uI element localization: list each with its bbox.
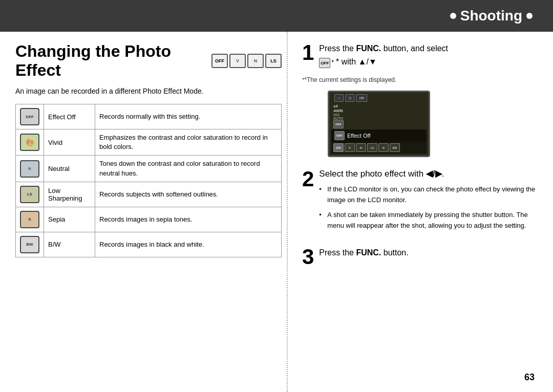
title-icons: OFF V N LS bbox=[211, 54, 282, 68]
lcd-label-3-group: ISO AUTO bbox=[333, 113, 344, 120]
page-title: Changing the Photo Effect OFF V N LS bbox=[15, 42, 282, 80]
effect-name-neutral: Neutral bbox=[44, 156, 95, 182]
table-row: OFF Effect Off Records normally with thi… bbox=[16, 104, 282, 129]
effect-icon-cell-neutral: N bbox=[16, 156, 44, 182]
effect-icon-sepia: S bbox=[20, 211, 39, 228]
effect-desc-low: Records subjects with softened outlines. bbox=[95, 182, 282, 207]
step-3-text-part2: button. bbox=[381, 248, 408, 257]
effect-name-vivid: Vivid bbox=[44, 129, 95, 156]
effect-icon-off: OFF bbox=[20, 108, 39, 125]
lcd-effect-label: Effect Off bbox=[347, 133, 370, 139]
lcd-icon-symbol3: cM bbox=[359, 96, 364, 100]
effect-icon-cell-bw: BW bbox=[16, 232, 44, 257]
right-column: 1 Press the FUNC. button, and select OFF… bbox=[292, 42, 538, 279]
shooting-label: Shooting bbox=[450, 8, 533, 24]
lcd-bottom-icons: OFF V N LS S bbox=[331, 142, 427, 154]
step-1-number: 1 bbox=[302, 42, 314, 63]
effect-desc-bw: Records images in black and white. bbox=[95, 232, 282, 257]
lcd-icon-box3: cM bbox=[356, 94, 367, 102]
section-divider bbox=[287, 32, 288, 392]
lcd-label-3b: AUTO bbox=[333, 117, 343, 120]
step-3: 3 Press the FUNC. button. bbox=[302, 246, 538, 268]
step-2-main-text: Select the photo effect with ◀/▶. bbox=[319, 168, 538, 179]
lcd-top-area: □□ ◎ cM bbox=[331, 92, 427, 103]
lcd-icon-box1: □□ bbox=[334, 94, 344, 102]
title-icon-1: OFF bbox=[211, 54, 228, 68]
effects-table: OFF Effect Off Records normally with thi… bbox=[15, 104, 282, 257]
lcd-label-1: ±0 bbox=[333, 104, 344, 108]
effect-name-bw: B/W bbox=[44, 232, 95, 257]
title-icon-2: V bbox=[229, 54, 246, 68]
effect-name-low: Low Sharpening bbox=[44, 182, 95, 207]
step-2-text-part1: Select the photo effect with bbox=[319, 169, 426, 179]
effect-desc-neutral: Tones down the contrast and color satura… bbox=[95, 156, 282, 182]
table-row: BW B/W Records images in black and white… bbox=[16, 232, 282, 257]
step-2-arrows: ◀/▶ bbox=[426, 169, 442, 179]
step-2-bullet-2: A shot can be taken immediately by press… bbox=[319, 210, 538, 231]
main-content: Changing the Photo Effect OFF V N LS An … bbox=[0, 32, 553, 289]
effect-desc-off: Records normally with this setting. bbox=[95, 104, 282, 129]
lcd-label-2: AWB bbox=[333, 108, 344, 113]
effect-desc-vivid: Emphasizes the contrast and color satura… bbox=[95, 129, 282, 156]
table-row: LS Low Sharpening Records subjects with … bbox=[16, 182, 282, 207]
lcd-bottom-icon-v: V bbox=[345, 143, 355, 152]
lcd-off-text: OFF bbox=[335, 123, 342, 126]
step-1-text: Press the FUNC. button, and select OFF* … bbox=[319, 42, 448, 68]
effect-icon-cell-off: OFF bbox=[16, 104, 44, 129]
intro-text: An image can be recorded in a different … bbox=[15, 86, 282, 97]
step-1-row: 1 Press the FUNC. button, and select OFF… bbox=[302, 42, 538, 68]
lcd-bottom-icon-n: N bbox=[356, 143, 366, 152]
step-3-row: 3 Press the FUNC. button. bbox=[302, 246, 538, 268]
step-3-number: 3 bbox=[302, 246, 314, 268]
step-2-content: Select the photo effect with ◀/▶. If the… bbox=[319, 168, 538, 235]
effect-icon-vivid: 🎨 bbox=[20, 134, 39, 151]
step-3-text: Press the FUNC. button. bbox=[319, 246, 408, 259]
lcd-effect-icon: OFF bbox=[334, 131, 345, 140]
step-2-bullet-1: If the LCD monitor is on, you can check … bbox=[319, 184, 538, 206]
step-2: 2 Select the photo effect with ◀/▶. If t… bbox=[302, 168, 538, 235]
step-1-text-part1: Press the bbox=[319, 44, 356, 53]
lcd-bottom-icon-off: OFF bbox=[333, 143, 344, 152]
lcd-center bbox=[346, 103, 427, 129]
lcd-bottom-icon-bw: BW bbox=[390, 143, 400, 152]
table-row: S Sepia Records images in sepia tones. bbox=[16, 207, 282, 232]
lcd-effect-bar: OFF Effect Off bbox=[331, 129, 427, 142]
title-icon-4: LS bbox=[265, 54, 282, 68]
step-1-text-part2: button, and select bbox=[381, 44, 448, 53]
lcd-icon-symbol2: ◎ bbox=[348, 96, 352, 100]
effect-icon-bw: BW bbox=[20, 236, 39, 253]
effect-icon-cell-sepia: S bbox=[16, 207, 44, 232]
effect-icon-cell-vivid: 🎨 bbox=[16, 129, 44, 156]
lcd-effect-icon-text: OFF bbox=[336, 134, 343, 137]
effect-name-sepia: Sepia bbox=[44, 207, 95, 232]
step-3-func: FUNC. bbox=[356, 248, 381, 257]
dot-right bbox=[526, 13, 533, 19]
lcd-label-3a: ISO bbox=[333, 113, 339, 117]
left-column: Changing the Photo Effect OFF V N LS An … bbox=[15, 42, 282, 279]
table-row: N Neutral Tones down the contrast and co… bbox=[16, 156, 282, 182]
table-row: 🎨 Vivid Emphasizes the contrast and colo… bbox=[16, 129, 282, 156]
title-text: Changing the Photo Effect bbox=[15, 42, 205, 80]
lcd-screen: □□ ◎ cM ±0 bbox=[328, 91, 430, 157]
top-bar: Shooting bbox=[0, 0, 553, 32]
effect-name-off: Effect Off bbox=[44, 104, 95, 129]
lcd-off-icon: OFF bbox=[333, 120, 344, 128]
step-2-number: 2 bbox=[302, 168, 314, 190]
lcd-bottom-icon-s: S bbox=[378, 143, 389, 152]
step-1-note-text: *The current settings is displayed. bbox=[304, 76, 396, 83]
effect-icon-cell-low: LS bbox=[16, 182, 44, 207]
step-3-text-part1: Press the bbox=[319, 248, 356, 257]
lcd-body: ±0 AWB ISO AUTO OFF bbox=[331, 103, 427, 129]
dot-left bbox=[450, 13, 456, 19]
step-2-row: 2 Select the photo effect with ◀/▶. If t… bbox=[302, 168, 538, 235]
lcd-inner: □□ ◎ cM ±0 bbox=[329, 92, 429, 156]
lcd-bottom-icon-ls: LS bbox=[367, 143, 377, 152]
lcd-icon-symbol1: □□ bbox=[337, 97, 341, 100]
effect-desc-sepia: Records images in sepia tones. bbox=[95, 207, 282, 232]
step-1-icon-ref: OFF* bbox=[319, 58, 336, 66]
lcd-icon-box2: ◎ bbox=[345, 94, 354, 102]
shooting-text: Shooting bbox=[460, 8, 522, 24]
effect-icon-neutral: N bbox=[20, 160, 39, 178]
title-icon-3: N bbox=[247, 54, 264, 68]
step-1: 1 Press the FUNC. button, and select OFF… bbox=[302, 42, 538, 157]
